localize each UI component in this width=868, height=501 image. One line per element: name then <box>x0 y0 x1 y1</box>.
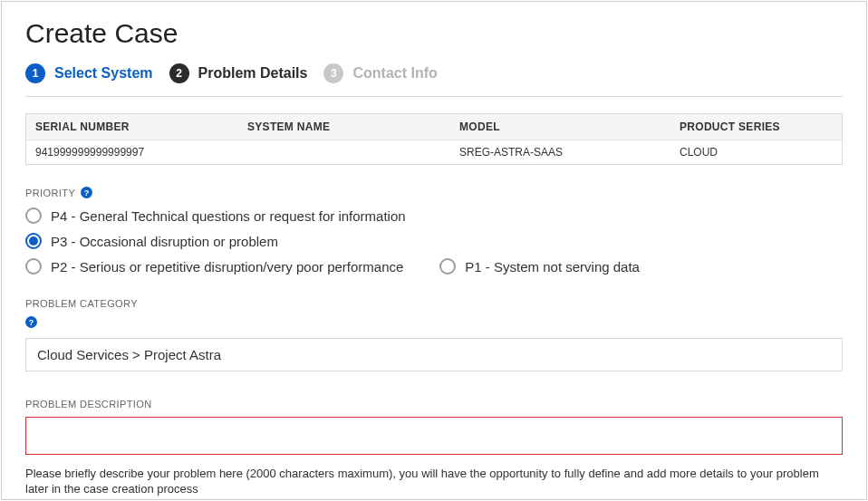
problem-description-input[interactable] <box>25 417 843 455</box>
help-icon[interactable]: ? <box>81 187 92 198</box>
priority-section: PRIORITY ? P4 - General Technical questi… <box>25 187 843 275</box>
col-series-header: PRODUCT SERIES <box>670 114 842 140</box>
col-model-header: MODEL <box>450 114 670 140</box>
description-label: PROBLEM DESCRIPTION <box>25 399 843 409</box>
product-series-value: CLOUD <box>670 140 842 164</box>
model-value: SREG-ASTRA-SAAS <box>450 140 670 164</box>
step-select-system[interactable]: 1 Select System <box>25 63 153 83</box>
step-label: Select System <box>54 65 153 82</box>
table-header-row: SERIAL NUMBER SYSTEM NAME MODEL PRODUCT … <box>26 114 842 140</box>
col-name-header: SYSTEM NAME <box>238 114 450 140</box>
priority-option-label: P1 - System not serving data <box>465 259 640 275</box>
problem-description-section: PROBLEM DESCRIPTION Please briefly descr… <box>25 399 843 497</box>
radio-icon <box>25 258 42 275</box>
step-problem-details[interactable]: 2 Problem Details <box>169 63 308 83</box>
priority-option-label: P3 - Occasional disruption or problem <box>51 234 278 249</box>
table-row[interactable]: 941999999999999997 SREG-ASTRA-SAAS CLOUD <box>26 140 842 164</box>
help-icon[interactable]: ? <box>25 316 37 328</box>
radio-icon <box>25 207 42 224</box>
description-hint: Please briefly describe your problem her… <box>25 466 843 497</box>
page-title: Create Case <box>25 18 843 49</box>
serial-number-value: 941999999999999997 <box>26 140 238 164</box>
step-label: Contact Info <box>352 65 437 82</box>
priority-option-p4[interactable]: P4 - General Technical questions or requ… <box>25 207 843 224</box>
problem-category-select[interactable]: Cloud Services > Project Astra <box>25 338 843 371</box>
category-label: PROBLEM CATEGORY <box>25 298 843 309</box>
step-number-icon: 1 <box>25 63 45 83</box>
create-case-panel: Create Case 1 Select System 2 Problem De… <box>1 1 867 500</box>
priority-option-p3[interactable]: P3 - Occasional disruption or problem <box>25 233 843 249</box>
step-label: Problem Details <box>198 65 308 82</box>
system-table: SERIAL NUMBER SYSTEM NAME MODEL PRODUCT … <box>25 113 843 165</box>
step-number-icon: 2 <box>169 63 189 83</box>
priority-option-label: P2 - Serious or repetitive disruption/ve… <box>51 259 403 275</box>
radio-icon <box>25 233 42 249</box>
system-name-value <box>238 140 450 164</box>
wizard-steps: 1 Select System 2 Problem Details 3 Cont… <box>25 63 843 97</box>
problem-category-section: PROBLEM CATEGORY ? Cloud Services > Proj… <box>25 298 843 371</box>
col-serial-header: SERIAL NUMBER <box>26 114 238 140</box>
step-number-icon: 3 <box>323 63 343 83</box>
priority-label: PRIORITY <box>25 188 75 198</box>
radio-icon <box>439 258 456 275</box>
priority-label-row: PRIORITY ? <box>25 187 843 198</box>
priority-option-p2[interactable]: P2 - Serious or repetitive disruption/ve… <box>25 258 403 275</box>
step-contact-info[interactable]: 3 Contact Info <box>323 63 437 83</box>
problem-category-value: Cloud Services > Project Astra <box>37 347 221 362</box>
priority-option-label: P4 - General Technical questions or requ… <box>51 208 406 224</box>
priority-option-p1[interactable]: P1 - System not serving data <box>439 258 640 275</box>
